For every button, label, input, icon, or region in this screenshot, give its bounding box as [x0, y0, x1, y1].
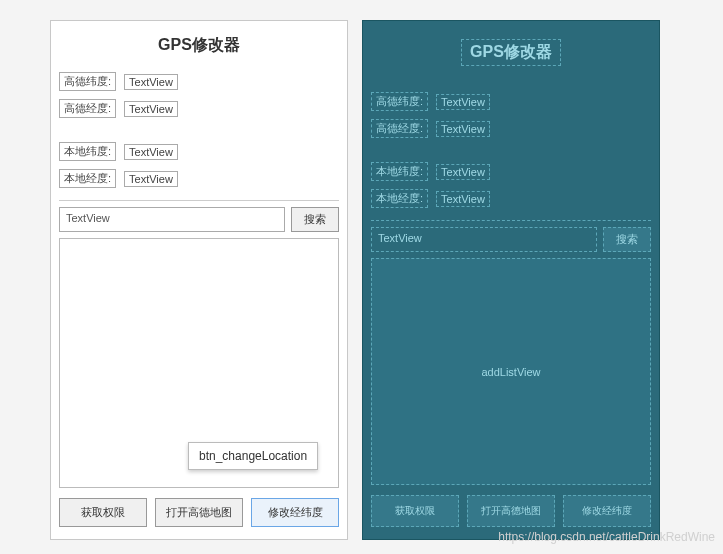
row-local-lat: 本地纬度: TextView [59, 142, 339, 161]
value-local-lng: TextView [124, 171, 178, 187]
bp-search-input[interactable]: TextView [371, 227, 597, 252]
bp-value-local-lat: TextView [436, 164, 490, 180]
label-gaode-lng: 高德经度: [59, 99, 116, 118]
bp-label-local-lng: 本地经度: [371, 189, 428, 208]
watermark-text: https://blog.csdn.net/cattleDrinkRedWine [498, 530, 715, 544]
get-permission-button[interactable]: 获取权限 [59, 498, 147, 527]
bp-label-local-lat: 本地纬度: [371, 162, 428, 181]
change-location-button[interactable]: 修改经纬度 [251, 498, 339, 527]
search-row: TextView 搜索 [59, 200, 339, 232]
row-gaode-lat: 高德纬度: TextView [59, 72, 339, 91]
row-gaode-lng: 高德经度: TextView [59, 99, 339, 118]
search-input[interactable]: TextView [59, 207, 285, 232]
bp-label-gaode-lat: 高德纬度: [371, 92, 428, 111]
value-gaode-lat: TextView [124, 74, 178, 90]
value-local-lat: TextView [124, 144, 178, 160]
bp-open-gaode-button[interactable]: 打开高德地图 [467, 495, 555, 527]
open-gaode-button[interactable]: 打开高德地图 [155, 498, 243, 527]
bp-get-permission-button[interactable]: 获取权限 [371, 495, 459, 527]
bottom-button-row: 获取权限 打开高德地图 修改经纬度 [59, 494, 339, 531]
bp-row-local-lng: 本地经度: TextView [371, 189, 651, 208]
bp-row-gaode-lat: 高德纬度: TextView [371, 92, 651, 111]
bp-bottom-button-row: 获取权限 打开高德地图 修改经纬度 [371, 491, 651, 531]
label-gaode-lat: 高德纬度: [59, 72, 116, 91]
bp-list-area: addListView [371, 258, 651, 485]
label-local-lng: 本地经度: [59, 169, 116, 188]
app-title: GPS修改器 [59, 35, 339, 56]
bp-label-gaode-lng: 高德经度: [371, 119, 428, 138]
bp-row-gaode-lng: 高德经度: TextView [371, 119, 651, 138]
bp-value-gaode-lng: TextView [436, 121, 490, 137]
label-local-lat: 本地纬度: [59, 142, 116, 161]
bp-value-local-lng: TextView [436, 191, 490, 207]
tooltip-change-location: btn_changeLocation [188, 442, 318, 470]
search-button[interactable]: 搜索 [291, 207, 339, 232]
row-local-lng: 本地经度: TextView [59, 169, 339, 188]
bp-value-gaode-lat: TextView [436, 94, 490, 110]
value-gaode-lng: TextView [124, 101, 178, 117]
bp-search-button[interactable]: 搜索 [603, 227, 651, 252]
blueprint-panel: GPS修改器 高德纬度: TextView 高德经度: TextView 本地纬… [362, 20, 660, 540]
bp-search-row: TextView 搜索 [371, 220, 651, 252]
bp-change-location-button[interactable]: 修改经纬度 [563, 495, 651, 527]
app-title-blueprint: GPS修改器 [461, 39, 561, 66]
bp-row-local-lat: 本地纬度: TextView [371, 162, 651, 181]
